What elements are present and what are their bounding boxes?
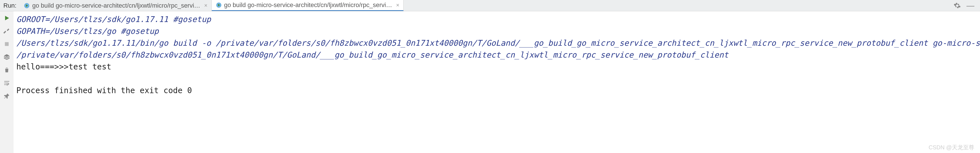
run-tab-0[interactable]: go build go-micro-service-architect/cn/l… — [20, 0, 212, 11]
play-icon[interactable] — [3, 14, 11, 22]
run-tool-body: GOROOT=/Users/tlzs/sdk/go1.17.11 #gosetu… — [0, 11, 980, 153]
close-icon[interactable]: × — [396, 2, 399, 8]
console-output[interactable]: GOROOT=/Users/tlzs/sdk/go1.17.11 #gosetu… — [14, 11, 980, 153]
console-line: /private/var/folders/s0/fh8zbwcx0vzd051_… — [16, 50, 729, 60]
console-line: GOPATH=/Users/tlzs/go #gosetup — [16, 27, 159, 36]
run-tool-tabbar: Run: go build go-micro-service-architect… — [0, 0, 980, 11]
wrap-icon[interactable] — [3, 79, 11, 87]
go-run-icon — [24, 3, 30, 9]
run-label: Run: — [0, 2, 20, 9]
console-line: /Users/tlzs/sdk/go1.17.11/bin/go build -… — [16, 39, 980, 48]
go-run-icon — [216, 2, 222, 8]
tab-label: go build go-micro-service-architect/cn/l… — [32, 2, 200, 9]
pin-icon[interactable] — [3, 92, 11, 100]
console-line: hello===>>>test test — [16, 62, 111, 71]
stop-icon[interactable] — [3, 40, 11, 48]
tab-label: go build go-micro-service-architect/cn/l… — [224, 2, 392, 9]
console-line: Process finished with the exit code 0 — [16, 86, 192, 95]
close-icon[interactable]: × — [204, 2, 208, 9]
trash-icon[interactable] — [3, 66, 11, 74]
run-tab-1[interactable]: go build go-micro-service-architect/cn/l… — [212, 0, 404, 11]
gear-icon[interactable] — [953, 2, 961, 9]
run-gutter — [0, 11, 14, 153]
watermark: CSDN @天龙至尊 — [929, 144, 974, 151]
wrench-icon[interactable] — [3, 27, 11, 35]
svg-rect-2 — [5, 42, 8, 46]
console-line: GOROOT=/Users/tlzs/sdk/go1.17.11 #gosetu… — [16, 14, 211, 24]
layers-icon[interactable] — [3, 53, 11, 61]
minimize-icon[interactable]: — — [966, 1, 974, 10]
